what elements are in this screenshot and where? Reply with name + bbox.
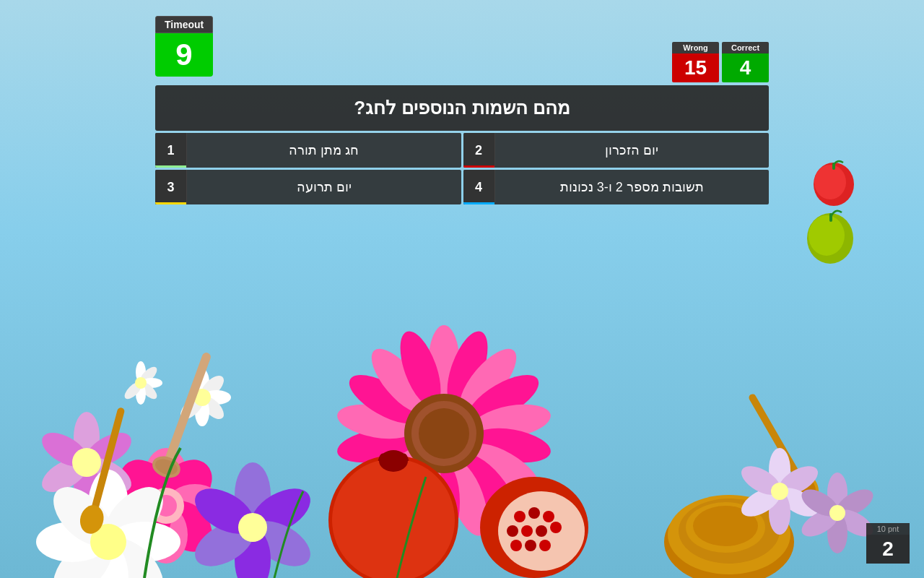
answer-number-4: 4 — [463, 170, 495, 204]
answer-row-2[interactable]: 2יום הזכרון — [463, 133, 770, 168]
wrong-value: 15 — [672, 53, 719, 82]
answer-text-4: תשובות מספר 2 ו-3 נכונות — [495, 170, 770, 204]
answers-grid: 1חג מתן תורה2יום הזכרון3יום תרועה4תשובות… — [155, 133, 769, 204]
answer-text-3: יום תרועה — [187, 170, 461, 204]
bottom-score-label: 10 pnt — [866, 523, 910, 535]
correct-value: 4 — [722, 53, 769, 82]
correct-score-box: Correct 4 — [722, 42, 769, 82]
correct-label: Correct — [722, 42, 769, 53]
answer-number-3: 3 — [155, 170, 187, 204]
answer-row-1[interactable]: 1חג מתן תורה — [155, 133, 461, 168]
bottom-score-value: 2 — [866, 535, 910, 564]
bottom-score: 10 pnt 2 — [866, 523, 910, 564]
wrong-label: Wrong — [672, 42, 719, 53]
question-box: מהם השמות הנוספים לחג? — [155, 85, 769, 131]
wrong-score-box: Wrong 15 — [672, 42, 719, 82]
answer-number-1: 1 — [155, 133, 187, 168]
question-area: מהם השמות הנוספים לחג? 1חג מתן תורה2יום … — [155, 85, 769, 204]
timeout-container: Timeout 9 — [155, 16, 213, 77]
answer-text-2: יום הזכרון — [495, 133, 770, 168]
answer-row-4[interactable]: 4תשובות מספר 2 ו-3 נכונות — [463, 170, 770, 204]
timeout-label: Timeout — [155, 16, 213, 33]
answer-number-2: 2 — [463, 133, 495, 168]
answer-text-1: חג מתן תורה — [187, 133, 461, 168]
timeout-value: 9 — [155, 33, 213, 77]
answer-row-3[interactable]: 3יום תרועה — [155, 170, 461, 204]
scores-container: Wrong 15 Correct 4 — [672, 42, 769, 82]
